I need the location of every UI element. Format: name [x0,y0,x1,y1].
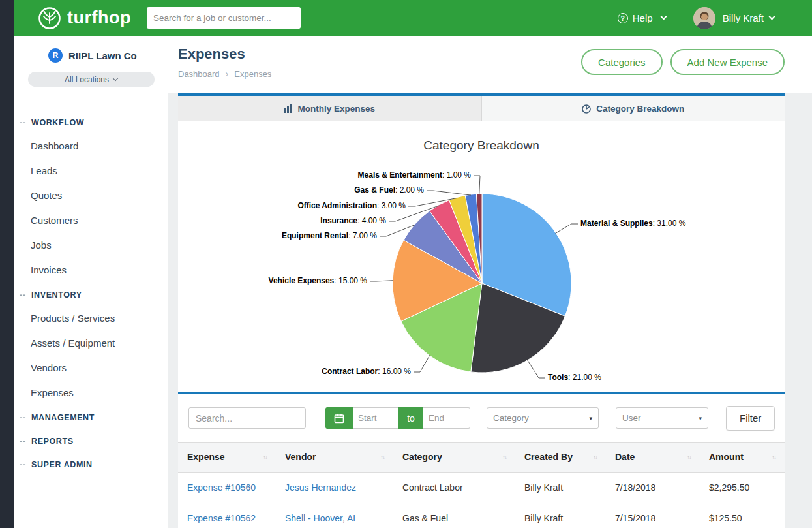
user-select[interactable]: User ▾ [616,407,708,429]
sort-icon: ↑↓ [380,454,384,461]
sidebar-item-expenses[interactable]: Expenses [14,380,168,405]
sidebar-item-invoices[interactable]: Invoices [14,257,168,282]
section-label: REPORTS [31,437,74,446]
column-label: Date [615,452,635,462]
date-end-input[interactable] [423,407,470,429]
section-dashes-icon: -- [20,460,31,469]
calendar-button[interactable] [325,407,353,429]
section-label: INVENTORY [31,290,82,300]
pie-label-equipment-rental: Equipment Rental: 7.00 % [282,231,377,240]
pie-label-material-supplies: Material & Supplies: 31.00 % [580,219,685,228]
location-selector[interactable]: All Locations [28,72,155,87]
sidebar-item-jobs[interactable]: Jobs [14,232,168,257]
turfhop-logo[interactable]: turfhop [38,7,131,30]
section-dashes-icon: -- [20,413,31,422]
sidebar-item-quotes[interactable]: Quotes [14,183,168,208]
cell-amount: $125.50 [700,503,785,528]
column-label: Expense [187,452,225,462]
table-row: Expense #10562Shell - Hoover, ALGas & Fu… [178,503,785,528]
help-icon: ? [618,13,628,23]
app-frame: turfhop ? Help Billy Kraft [14,0,812,528]
pie-leader-line [527,360,545,378]
column-header-category[interactable]: Category↑↓ [393,443,515,472]
vendor-link[interactable]: Shell - Hoover, AL [285,513,358,523]
sidebar-item-dashboard[interactable]: Dashboard [14,133,168,158]
expense-link[interactable]: Expense #10562 [187,513,256,523]
user-avatar[interactable] [693,7,715,29]
breadcrumb-separator-icon: › [226,69,229,79]
date-start-input[interactable] [353,407,398,429]
column-header-amount[interactable]: Amount↑↓ [700,443,785,472]
table-row: Expense #10560Jesus HernandezContract La… [178,472,785,503]
filter-button[interactable]: Filter [726,406,775,431]
page-header: Expenses Dashboard › Expenses Categories… [168,36,812,93]
column-header-date[interactable]: Date↑↓ [606,443,700,472]
sort-icon: ↑↓ [593,454,597,461]
cell-vendor: Shell - Hoover, AL [276,503,393,528]
cell-created_by: Billy Kraft [515,472,606,503]
add-new-expense-button[interactable]: Add New Expense [670,49,785,75]
pie-label-insurance: Insurance: 4.00 % [320,216,386,225]
sidebar-item-customers[interactable]: Customers [14,208,168,232]
section-dashes-icon: -- [20,118,31,127]
bar-chart-icon [284,104,292,113]
expenses-table: Expense↑↓Vendor↑↓Category↑↓Created By↑↓D… [178,443,785,528]
sidebar-section-reports[interactable]: --REPORTS [14,428,168,452]
sidebar-section-super-admin[interactable]: --SUPER ADMIN [14,452,168,475]
cell-vendor: Jesus Hernandez [276,472,393,503]
sidebar-item-vendors[interactable]: Vendors [14,355,168,380]
topbar-right: ? Help Billy Kraft [618,7,774,29]
help-label: Help [633,12,653,23]
sidebar-item-assets-equipment[interactable]: Assets / Equipment [14,330,168,355]
sidebar-section-management[interactable]: --MANAGEMENT [14,405,168,428]
tab-category-breakdown[interactable]: Category Breakdown [482,96,785,121]
sidebar-item-leads[interactable]: Leads [14,158,168,183]
pie-leader-line [370,281,393,281]
help-menu[interactable]: ? Help [618,12,666,23]
breadcrumb-dashboard[interactable]: Dashboard [178,69,220,79]
pie-label-gas-fuel: Gas & Fuel: 2.00 % [354,185,424,194]
breadcrumb: Dashboard › Expenses [178,69,271,79]
sidebar-item-products-services[interactable]: Products / Services [14,305,168,330]
cell-expense: Expense #10560 [178,472,276,503]
category-select[interactable]: Category ▾ [487,407,599,429]
main-content: Expenses Dashboard › Expenses Categories… [168,36,812,528]
section-label: WORKFLOW [31,118,84,127]
sidebar-section-inventory[interactable]: --INVENTORY [14,282,168,305]
sidebar: R RIIPL Lawn Co All Locations --WORKFLOW… [14,36,168,528]
column-label: Category [402,452,442,462]
expenses-card: Monthly Expenses Category Breakdown [178,93,785,528]
filter-date-cell: to [316,394,479,442]
section-label: MANAGEMENT [31,413,95,422]
expense-link[interactable]: Expense #10560 [187,482,256,493]
page-title: Expenses [178,46,271,63]
column-header-vendor[interactable]: Vendor↑↓ [276,443,393,472]
select-caret-icon: ▾ [589,415,592,422]
cell-date: 7/18/2018 [606,472,700,503]
cell-expense: Expense #10562 [178,503,276,528]
pie-label-tools: Tools: 21.00 % [548,373,601,382]
filter-button-cell: Filter [717,394,785,442]
column-label: Vendor [285,452,316,462]
pie-chart-icon [582,104,591,114]
sidebar-section-workflow[interactable]: --WORKFLOW [14,110,168,133]
cell-category: Contract Labor [393,472,515,503]
filter-search-cell [178,394,316,442]
column-label: Amount [709,452,744,462]
column-header-expense[interactable]: Expense↑↓ [178,443,276,472]
table-search-input[interactable] [188,407,306,429]
global-search-input[interactable] [147,7,301,29]
chevron-down-icon [660,14,667,20]
pie-leader-line [556,224,579,234]
user-menu[interactable]: Billy Kraft [723,12,764,23]
vendor-link[interactable]: Jesus Hernandez [285,482,356,493]
column-header-created-by[interactable]: Created By↑↓ [515,443,606,472]
categories-button[interactable]: Categories [581,49,663,75]
sort-icon: ↑↓ [502,454,506,461]
category-breakdown-pie [178,121,785,392]
tab-monthly-expenses[interactable]: Monthly Expenses [178,96,482,121]
date-to-label: to [398,407,423,429]
cell-date: 7/15/2018 [606,503,700,528]
tab-bar: Monthly Expenses Category Breakdown [178,93,785,121]
left-edge-strip [0,0,14,528]
